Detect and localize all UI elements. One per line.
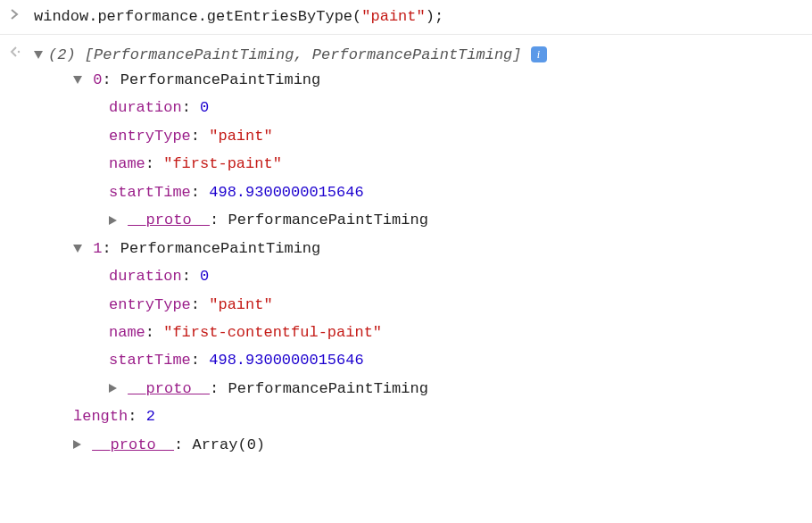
expand-toggle-icon[interactable]	[34, 51, 43, 59]
property-row[interactable]: startTime: 498.9300000015646	[34, 346, 805, 374]
property-row[interactable]: duration: 0	[34, 262, 805, 290]
entry-index: 1	[93, 240, 102, 257]
property-key: startTime	[109, 352, 191, 369]
property-value: "first-paint"	[163, 155, 282, 172]
proto-value: Array(0)	[192, 436, 265, 453]
property-value: 498.9300000015646	[209, 184, 363, 201]
property-key: duration	[109, 99, 182, 116]
property-key: name	[109, 324, 145, 341]
entry-type: PerformancePaintTiming	[120, 71, 320, 88]
length-key: length	[73, 408, 128, 425]
expand-toggle-icon[interactable]	[109, 216, 117, 225]
info-badge-icon[interactable]: i	[531, 46, 547, 62]
proto-value: PerformancePaintTiming	[228, 380, 427, 397]
property-row[interactable]: startTime: 498.9300000015646	[34, 178, 805, 206]
proto-key: __proto__	[128, 212, 210, 228]
output-icon	[9, 46, 21, 58]
expand-toggle-icon[interactable]	[73, 245, 82, 253]
array-proto-row[interactable]: __proto__: Array(0)	[34, 431, 805, 459]
entry-type: PerformancePaintTiming	[120, 240, 320, 257]
property-row[interactable]: name: "first-contentful-paint"	[34, 319, 805, 346]
expand-toggle-icon[interactable]	[73, 440, 81, 449]
array-entry-row[interactable]: 0: PerformancePaintTiming	[34, 66, 805, 94]
entry-index: 0	[93, 71, 102, 88]
length-row[interactable]: length: 2	[34, 403, 805, 430]
proto-key: __proto__	[128, 380, 210, 397]
console-input-row[interactable]: window.performance.getEntriesByType("pai…	[0, 0, 812, 35]
proto-row[interactable]: __proto__: PerformancePaintTiming	[34, 375, 805, 403]
property-value: 0	[200, 268, 209, 285]
property-key: name	[109, 155, 145, 172]
property-value: 498.9300000015646	[209, 352, 363, 369]
length-value: 2	[146, 408, 155, 425]
property-value: "first-contentful-paint"	[163, 324, 382, 341]
property-key: entryType	[109, 296, 191, 313]
property-row[interactable]: entryType: "paint"	[34, 291, 805, 319]
array-entry-row[interactable]: 1: PerformancePaintTiming	[34, 235, 805, 262]
property-row[interactable]: entryType: "paint"	[34, 122, 805, 150]
property-key: startTime	[109, 184, 191, 201]
proto-row[interactable]: __proto__: PerformancePaintTiming	[34, 206, 805, 234]
output-summary[interactable]: (2) [PerformancePaintTiming, Performance…	[34, 44, 805, 67]
proto-value: PerformancePaintTiming	[228, 212, 427, 228]
property-key: duration	[109, 268, 182, 285]
svg-point-0	[18, 50, 20, 52]
proto-key: __proto__	[92, 436, 174, 453]
array-summary-text: (2) [PerformancePaintTiming, Performance…	[48, 44, 522, 67]
expand-toggle-icon[interactable]	[109, 384, 117, 393]
prompt-icon	[11, 7, 20, 26]
console-panel: window.performance.getEntriesByType("pai…	[0, 0, 812, 464]
expand-toggle-icon[interactable]	[73, 76, 82, 84]
property-key: entryType	[109, 128, 191, 145]
property-value: 0	[200, 99, 209, 116]
console-input-text: window.performance.getEntriesByType("pai…	[34, 8, 443, 25]
property-value: "paint"	[209, 296, 272, 313]
property-value: "paint"	[209, 128, 272, 145]
property-row[interactable]: duration: 0	[34, 94, 805, 121]
console-output-row: (2) [PerformancePaintTiming, Performance…	[0, 35, 812, 465]
property-row[interactable]: name: "first-paint"	[34, 150, 805, 178]
